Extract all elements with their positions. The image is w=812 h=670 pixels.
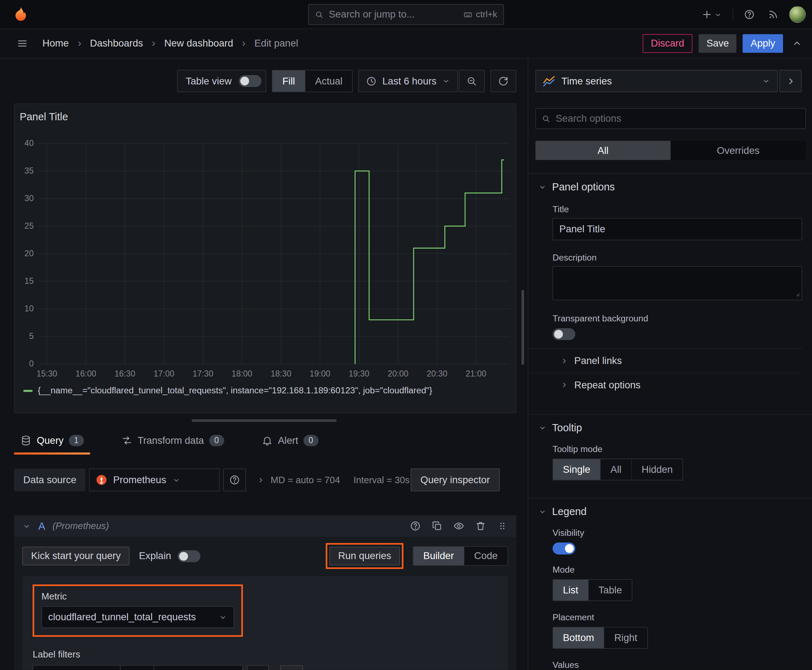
refresh-button[interactable] — [490, 70, 516, 92]
panel-description-textarea[interactable] — [553, 266, 802, 300]
metric-label: Metric — [42, 591, 234, 602]
mega-menu-toggle[interactable] — [15, 36, 30, 51]
explain-toggle[interactable] — [177, 550, 200, 562]
tooltip-mode-single[interactable]: Single — [553, 459, 600, 480]
tooltip-header[interactable]: Tooltip — [528, 422, 802, 434]
search-input[interactable] — [329, 9, 458, 20]
svg-text:16:00: 16:00 — [76, 369, 96, 378]
tab-query[interactable]: Query 1 — [14, 429, 90, 455]
legend-series-mark[interactable] — [23, 390, 32, 392]
time-range-picker[interactable]: Last 6 hours — [359, 70, 458, 92]
label-filter-row: Select label = Select value — [32, 665, 498, 670]
query-row-header[interactable]: A (Prometheus) — [14, 515, 516, 537]
pane-resize-handle[interactable] — [191, 420, 336, 422]
hide-query-button[interactable] — [453, 520, 465, 532]
chevron-down-icon — [538, 423, 547, 432]
save-button[interactable]: Save — [698, 34, 736, 52]
clock-icon — [366, 75, 377, 86]
timeseries-chart[interactable]: 051015202530354015:3016:0016:3017:0017:3… — [17, 133, 512, 385]
options-search-input[interactable] — [556, 113, 800, 124]
builder-option[interactable]: Builder — [414, 546, 464, 565]
svg-text:35: 35 — [24, 166, 34, 175]
legend-series-label[interactable]: {__name__="cloudflared_tunnel_total_requ… — [38, 386, 432, 396]
legend-placement-switch: Bottom Right — [553, 627, 648, 649]
plus-icon — [701, 9, 712, 20]
visualization-picker[interactable]: Time series — [536, 70, 778, 92]
new-menu-button[interactable] — [699, 7, 725, 22]
query-ref-id[interactable]: A — [38, 520, 45, 532]
news-button[interactable] — [765, 7, 781, 22]
panel-title[interactable]: Panel Title — [20, 111, 68, 123]
help-button[interactable] — [741, 7, 757, 22]
query-help-button[interactable] — [410, 520, 421, 532]
visualization-name: Time series — [561, 75, 612, 86]
table-view-toggle[interactable] — [239, 75, 262, 87]
toggle-knob — [554, 330, 563, 338]
discard-button[interactable]: Discard — [642, 34, 692, 52]
user-avatar[interactable] — [789, 6, 805, 22]
options-search[interactable] — [536, 108, 806, 129]
operator-dropdown[interactable]: = — [120, 665, 154, 670]
query-inspector-button[interactable]: Query inspector — [411, 469, 500, 491]
scrollbar-thumb[interactable] — [522, 290, 524, 365]
tooltip-mode-hidden[interactable]: Hidden — [631, 459, 683, 480]
apply-button[interactable]: Apply — [743, 34, 783, 52]
editor-tabs: Query 1 Transform data 0 — [14, 429, 324, 455]
panel-links-category[interactable]: Panel links — [528, 349, 802, 373]
search-bar[interactable]: ctrl+k — [308, 4, 504, 25]
panel-options-header[interactable]: Panel options — [528, 181, 802, 193]
breadcrumb-dashboards[interactable]: Dashboards — [90, 38, 143, 49]
breadcrumb-home[interactable]: Home — [42, 38, 69, 49]
grafana-logo[interactable] — [12, 6, 29, 23]
search-shortcut: ctrl+k — [463, 9, 497, 20]
legend-placement-right[interactable]: Right — [604, 628, 647, 648]
delete-query-button[interactable] — [475, 520, 486, 532]
query-options-toggle[interactable] — [257, 469, 266, 491]
zoom-out-button[interactable] — [459, 70, 485, 92]
legend-mode-list[interactable]: List — [553, 580, 588, 601]
legend-mode-table[interactable]: Table — [588, 580, 632, 601]
repeat-options-category[interactable]: Repeat options — [528, 372, 802, 397]
label-filters-label: Label filters — [32, 649, 498, 660]
metric-annotation: Metric cloudflared_tunnel_total_requests — [32, 584, 243, 637]
svg-text:19:00: 19:00 — [310, 369, 331, 378]
options-tab-overrides[interactable]: Overrides — [671, 140, 806, 160]
duplicate-query-button[interactable] — [431, 520, 443, 532]
panel-options-pane: Time series All Overrides Panel opt — [528, 58, 812, 670]
svg-text:10: 10 — [24, 304, 34, 313]
kick-start-button[interactable]: Kick start your query — [22, 546, 130, 565]
collapse-header-button[interactable] — [789, 36, 805, 51]
options-tab-all[interactable]: All — [536, 140, 671, 160]
actual-option[interactable]: Actual — [305, 71, 352, 91]
tab-transform-data[interactable]: Transform data 0 — [115, 429, 231, 455]
remove-filter-button[interactable] — [247, 665, 269, 670]
transparent-background-toggle[interactable] — [553, 328, 575, 340]
panel-title-input[interactable] — [553, 218, 802, 240]
legend-placement-bottom[interactable]: Bottom — [553, 628, 604, 648]
tooltip-mode-all[interactable]: All — [600, 459, 631, 480]
resize-corner-icon[interactable] — [792, 289, 801, 298]
metric-select[interactable]: cloudflared_tunnel_total_requests — [42, 606, 234, 628]
legend-placement-label: Placement — [553, 612, 802, 623]
chevron-down-icon — [714, 10, 722, 19]
select-value-dropdown[interactable]: Select value — [154, 665, 243, 670]
add-filter-button[interactable] — [280, 665, 303, 670]
legend-header[interactable]: Legend — [528, 506, 802, 518]
tab-alert[interactable]: Alert 0 — [255, 429, 325, 455]
run-queries-button[interactable]: Run queries — [329, 546, 400, 565]
legend-visibility-toggle[interactable] — [553, 543, 575, 554]
select-label-dropdown[interactable]: Select label — [32, 665, 120, 670]
tab-transform-count: 0 — [209, 435, 224, 446]
fill-option[interactable]: Fill — [273, 71, 305, 91]
code-option[interactable]: Code — [464, 546, 507, 565]
tooltip-mode-label: Tooltip mode — [553, 444, 802, 455]
datasource-help-button[interactable] — [224, 469, 246, 491]
panel-options-title: Panel options — [552, 181, 615, 193]
breadcrumb-new-dashboard[interactable]: New dashboard — [164, 38, 234, 49]
drag-query-handle[interactable] — [497, 520, 508, 532]
keyboard-icon — [463, 10, 472, 19]
datasource-picker[interactable]: Prometheus — [89, 469, 220, 491]
breadcrumb: Home Dashboards New dashboard Edit panel — [42, 38, 298, 49]
collapse-options-pane-button[interactable] — [780, 70, 802, 92]
grafana-edit-panel-screen: ctrl+k Home Dashboards — [0, 0, 812, 670]
